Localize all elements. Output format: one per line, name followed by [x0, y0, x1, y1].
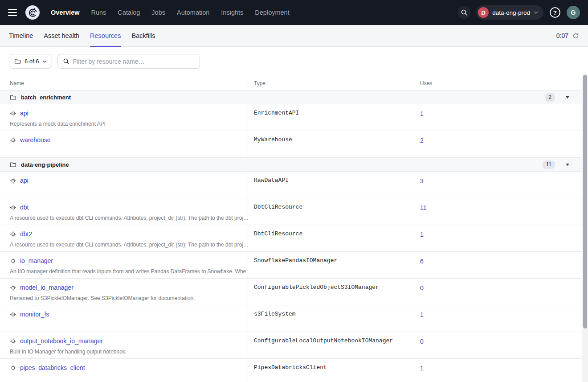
resource-uses-link[interactable]: 1 — [420, 365, 424, 372]
topnav-item-automation[interactable]: Automation — [177, 9, 209, 16]
resource-row: output_notebook_io_managerBuilt-in IO Ma… — [0, 332, 582, 359]
resource-uses-link[interactable]: 11 — [420, 204, 427, 211]
avatar[interactable]: G — [567, 6, 580, 19]
vertical-scrollbar-thumb[interactable] — [583, 75, 587, 329]
resource-name-line: dbt2 — [10, 230, 242, 238]
resource-name-cell: apiRepresents a mock data enrichment API — [0, 104, 248, 131]
topnav-item-overview[interactable]: Overview — [51, 9, 80, 16]
resource-name-link[interactable]: output_notebook_io_manager — [20, 337, 103, 345]
topnav-menu: OverviewRunsCatalogJobsAutomationInsight… — [51, 9, 290, 16]
resource-row: apiRawDataAPI3 — [0, 172, 582, 198]
resource-type-cell: RawDataAPI — [248, 172, 414, 198]
topnav-item-insights[interactable]: Insights — [221, 9, 243, 16]
workspace-switcher[interactable]: D data-eng-prod — [476, 5, 543, 20]
resource-name-cell: dbtA resource used to execute dbt CLI co… — [0, 198, 248, 225]
group-name: batch_enrichment — [21, 94, 71, 101]
svg-text:?: ? — [553, 9, 557, 16]
resource-uses-cell: 6 — [414, 252, 582, 278]
resource-name-line: monitor_fs — [10, 311, 242, 318]
tab-backfills[interactable]: Backfills — [131, 25, 155, 46]
resource-name-line: api — [10, 177, 242, 184]
resource-name-line: output_notebook_io_manager — [10, 337, 242, 345]
resource-uses-link[interactable]: 3 — [420, 177, 424, 185]
resource-name-line: io_manager — [10, 257, 242, 264]
group-name: data-eng-pipeline — [21, 161, 69, 168]
resource-row: io_managerAn I/O manager definition that… — [0, 252, 582, 279]
resource-description: A resource used to execute dbt CLI comma… — [10, 242, 242, 248]
refresh-icon[interactable] — [572, 33, 579, 39]
topnav-item-jobs[interactable]: Jobs — [151, 9, 165, 16]
resource-uses-link[interactable]: 2 — [420, 137, 424, 144]
resource-uses-cell: 0 — [414, 332, 582, 358]
resource-name-link[interactable]: dbt2 — [20, 230, 32, 238]
topnav-item-runs[interactable]: Runs — [91, 9, 106, 16]
resource-uses-cell: 11 — [414, 198, 582, 225]
collapse-caret-icon[interactable] — [566, 96, 569, 99]
top-navigation-bar: OverviewRunsCatalogJobsAutomationInsight… — [0, 0, 588, 25]
tab-resources[interactable]: Resources — [90, 25, 121, 46]
resource-name-cell: warehouse — [0, 131, 248, 157]
resource-icon — [10, 311, 16, 318]
resource-uses-cell: 0 — [414, 279, 582, 305]
resource-uses-cell: 3 — [414, 172, 582, 198]
resource-name-link[interactable]: dbt — [20, 204, 29, 211]
refresh-timer: 0:07 — [556, 32, 568, 39]
resource-group-row[interactable]: batch_enrichment2 — [0, 90, 582, 104]
resource-name-link[interactable]: api — [20, 110, 29, 117]
tab-timeline[interactable]: Timeline — [9, 25, 33, 46]
resource-uses-cell: 1 — [414, 359, 582, 382]
resource-name-cell: output_notebook_io_managerBuilt-in IO Ma… — [0, 332, 248, 358]
column-header-type: Type — [248, 76, 414, 90]
resource-name-link[interactable]: monitor_fs — [20, 311, 49, 318]
vertical-scrollbar-track[interactable] — [582, 74, 588, 382]
resource-icon — [10, 177, 16, 184]
filter-row: 6 of 6 — [0, 47, 588, 69]
resource-icon — [10, 137, 16, 144]
resource-description: An I/O manager definition that reads inp… — [10, 268, 242, 275]
resource-icon — [10, 258, 16, 264]
column-header-uses: Uses — [414, 76, 582, 90]
resource-name-cell: api — [0, 172, 248, 198]
resource-name-line: api — [10, 110, 242, 117]
resource-search-box — [57, 54, 200, 69]
topnav-item-deployment[interactable]: Deployment — [255, 9, 289, 16]
resource-description: Represents a mock data enrichment API — [10, 121, 242, 127]
resource-name-line: warehouse — [10, 136, 242, 144]
resource-type-cell: SnowflakePandasIOManager — [248, 252, 414, 278]
resource-row: warehouseMyWarehouse2 — [0, 131, 582, 158]
dagster-logo[interactable] — [25, 5, 40, 20]
resource-name-link[interactable]: model_io_manager — [20, 284, 74, 291]
resource-row: dbt2A resource used to execute dbt CLI c… — [0, 225, 582, 252]
resource-uses-link[interactable]: 1 — [420, 110, 424, 117]
group-count-badge: 2 — [545, 93, 555, 102]
resource-name-link[interactable]: io_manager — [20, 257, 53, 264]
code-location-filter-button[interactable]: 6 of 6 — [9, 54, 52, 69]
resource-row: apiRepresents a mock data enrichment API… — [0, 104, 582, 131]
resource-name-link[interactable]: warehouse — [20, 136, 51, 144]
resource-row: dbtA resource used to execute dbt CLI co… — [0, 198, 582, 225]
topnav-item-catalog[interactable]: Catalog — [118, 9, 140, 16]
resource-name-cell: monitor_fs — [0, 305, 248, 332]
resource-description: Built-in IO Manager for handling output … — [10, 349, 242, 355]
code-location-filter-label: 6 of 6 — [24, 58, 39, 65]
resource-uses-link[interactable]: 0 — [420, 284, 424, 292]
resource-uses-link[interactable]: 6 — [420, 258, 424, 265]
collapse-caret-icon[interactable] — [566, 164, 569, 166]
resource-uses-link[interactable]: 0 — [420, 338, 424, 345]
resource-name-link[interactable]: pipes_databricks_client — [20, 364, 85, 371]
help-icon[interactable]: ? — [549, 6, 561, 19]
tab-asset-health[interactable]: Asset health — [44, 25, 79, 46]
resource-name-line: pipes_databricks_client — [10, 364, 242, 371]
resource-uses-link[interactable]: 1 — [420, 311, 424, 318]
search-icon[interactable] — [457, 6, 471, 19]
resource-icon — [10, 365, 16, 371]
resource-name-link[interactable]: api — [20, 177, 29, 184]
resource-name-line: dbt — [10, 204, 242, 211]
resource-group-row[interactable]: data-eng-pipeline11 — [0, 158, 582, 172]
resource-search-input[interactable] — [73, 58, 195, 65]
folder-icon — [14, 58, 21, 65]
resource-uses-cell: 1 — [414, 225, 582, 251]
resource-icon — [10, 284, 16, 291]
resource-uses-link[interactable]: 1 — [420, 231, 424, 238]
menu-icon[interactable] — [8, 9, 17, 16]
